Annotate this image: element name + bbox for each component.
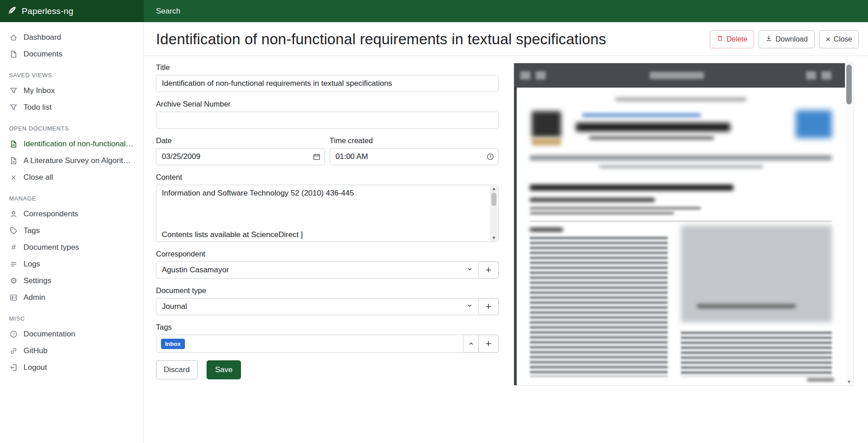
correspondent-select[interactable]: Agustin Casamayor	[156, 261, 479, 279]
tags-input[interactable]: Inbox	[156, 335, 463, 353]
sidebar-item-label: Tags	[24, 226, 40, 235]
document-type-select[interactable]: Journal	[156, 298, 479, 315]
content-line-1: Information and Software Technology 52 (…	[162, 189, 486, 198]
pdf-scrollbar[interactable]: ▼	[845, 63, 853, 385]
sidebar-item-label: My Inbox	[24, 86, 55, 95]
date-input[interactable]	[156, 148, 325, 165]
sidebar: Dashboard Documents SAVED VIEWS My Inbox…	[0, 22, 144, 443]
close-button[interactable]: × Close	[819, 30, 859, 48]
document-edit-form: Title Archive Serial Number Date Time cr…	[156, 63, 499, 379]
pdf-blur-block	[589, 136, 714, 140]
home-icon	[9, 33, 18, 42]
tags-collapse-button[interactable]	[463, 335, 479, 353]
sidebar-item-todo-list[interactable]: Todo list	[0, 99, 143, 116]
pdf-toolbar-blur	[520, 71, 530, 79]
title-label: Title	[156, 63, 499, 72]
sidebar-item-documents[interactable]: Documents	[0, 46, 143, 62]
pdf-scrollbar-thumb[interactable]	[846, 65, 852, 104]
calendar-icon[interactable]	[313, 153, 321, 161]
document-titlebar: Identification of non-functional require…	[144, 22, 868, 56]
save-button[interactable]: Save	[207, 360, 241, 379]
correspondent-value: Agustin Casamayor	[162, 266, 229, 275]
sidebar-item-tags[interactable]: Tags	[0, 222, 143, 239]
sidebar-item-document-types[interactable]: # Document types	[0, 239, 143, 256]
id-card-icon	[9, 293, 18, 302]
clock-icon[interactable]	[486, 153, 494, 161]
pdf-blur-block	[532, 111, 561, 137]
time-created-label: Time created	[330, 136, 499, 145]
sidebar-item-label: Documentation	[24, 330, 75, 339]
add-tag-button[interactable]: +	[479, 335, 499, 353]
sidebar-item-logs[interactable]: Logs	[0, 256, 143, 272]
sidebar-item-close-all[interactable]: Close all	[0, 169, 143, 186]
sidebar-item-label: GitHub	[24, 346, 47, 355]
pdf-blur-block	[530, 228, 563, 232]
download-button[interactable]: Download	[759, 30, 814, 48]
sidebar-item-dashboard[interactable]: Dashboard	[0, 29, 143, 46]
pdf-blur-textlines	[530, 237, 668, 377]
pdf-scroll-down-icon[interactable]: ▼	[845, 379, 853, 384]
time-created-input[interactable]	[330, 148, 499, 165]
scrollbar-thumb[interactable]	[491, 193, 496, 206]
content-label: Content	[156, 173, 499, 182]
pdf-blur-block	[582, 114, 700, 117]
pdf-blur-block	[530, 185, 733, 191]
add-correspondent-button[interactable]: +	[479, 261, 499, 279]
svg-text:?: ?	[12, 332, 14, 336]
close-icon	[9, 173, 18, 182]
pdf-blur-block	[530, 155, 832, 160]
sidebar-item-github[interactable]: GitHub	[0, 342, 143, 359]
list-icon	[9, 260, 18, 269]
asn-label: Archive Serial Number	[156, 100, 499, 108]
pdf-blur-block	[807, 378, 834, 382]
sidebar-item-label: Dashboard	[24, 33, 61, 42]
discard-button[interactable]: Discard	[156, 360, 198, 379]
pdf-toolbar-blur	[536, 71, 546, 79]
archive-serial-number-input[interactable]	[156, 112, 499, 129]
content-scrollbar[interactable]: ▲ ▼	[490, 186, 498, 241]
pdf-blur-block	[532, 138, 561, 145]
pdf-blur-textlines	[681, 331, 832, 377]
chevron-down-icon	[467, 302, 473, 311]
sidebar-section-saved-views: SAVED VIEWS	[9, 72, 134, 79]
tag-icon	[9, 226, 18, 235]
sidebar-item-settings[interactable]: ⚙ Settings	[0, 272, 143, 289]
sidebar-item-my-inbox[interactable]: My Inbox	[0, 82, 143, 99]
sidebar-item-logout[interactable]: Logout	[0, 359, 143, 376]
sidebar-item-label: Documents	[24, 50, 62, 59]
scroll-down-icon[interactable]: ▼	[492, 235, 496, 241]
sidebar-item-label: A Literature Survey on Algorithms for Mu…	[24, 156, 134, 165]
app-brand[interactable]: Paperless-ng	[0, 0, 144, 22]
file-icon	[9, 50, 18, 59]
delete-button[interactable]: Delete	[710, 30, 754, 48]
sidebar-item-label: Settings	[24, 276, 51, 285]
title-input[interactable]	[156, 75, 499, 92]
tag-badge[interactable]: Inbox	[161, 339, 185, 349]
sidebar-open-doc-2[interactable]: A Literature Survey on Algorithms for Mu…	[0, 152, 143, 169]
pdf-page	[517, 88, 845, 385]
page-title: Identification of non-functional require…	[156, 31, 606, 48]
question-circle-icon: ?	[9, 330, 18, 339]
pdf-blur-block	[530, 212, 674, 215]
trash-icon	[717, 35, 723, 44]
sidebar-item-label: Identification of non-functional require…	[24, 140, 134, 149]
scroll-up-icon[interactable]: ▲	[492, 186, 496, 192]
sidebar-item-documentation[interactable]: ? Documentation	[0, 326, 143, 342]
sidebar-item-correspondents[interactable]: Correspondents	[0, 205, 143, 222]
document-actions: Delete Download × Close	[710, 30, 859, 48]
sidebar-item-admin[interactable]: Admin	[0, 289, 143, 306]
sidebar-item-label: Logs	[24, 260, 40, 269]
sidebar-item-label: Todo list	[24, 103, 52, 112]
document-type-label: Document type	[156, 286, 499, 295]
download-button-label: Download	[775, 35, 807, 43]
caret-up-icon	[468, 338, 474, 350]
paperless-logo-icon	[7, 5, 17, 17]
sidebar-section-open-documents: OPEN DOCUMENTS	[9, 125, 134, 132]
sidebar-item-label: Admin	[24, 293, 45, 302]
sidebar-open-doc-1[interactable]: Identification of non-functional require…	[0, 135, 143, 152]
add-document-type-button[interactable]: +	[479, 298, 499, 315]
pdf-toolbar-blur	[821, 71, 831, 79]
content-textarea[interactable]: Information and Software Technology 52 (…	[156, 185, 499, 242]
search-input[interactable]	[144, 0, 868, 22]
pdf-toolbar[interactable]	[514, 63, 845, 88]
